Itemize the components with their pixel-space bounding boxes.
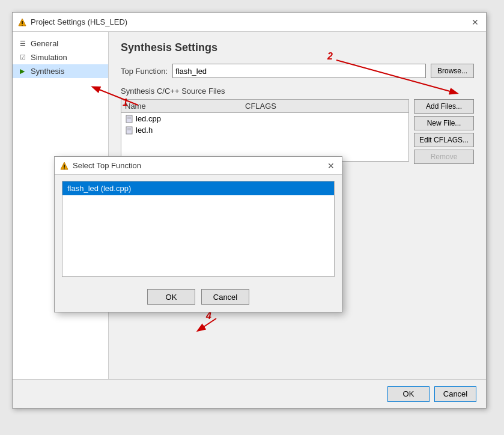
new-file-button[interactable]: New File... [414, 116, 474, 130]
dialog-body: flash_led (led.cpp) [55, 175, 342, 283]
dialog-title-bar: Select Top Function ✕ [55, 157, 342, 175]
top-function-row: Top Function: Browse... [121, 64, 474, 78]
main-ok-button[interactable]: OK [387, 386, 430, 402]
dialog-app-icon [59, 161, 69, 171]
dialog-ok-button[interactable]: OK [147, 289, 195, 305]
main-cancel-button[interactable]: Cancel [434, 386, 476, 402]
svg-rect-6 [126, 127, 132, 134]
app-icon [17, 17, 27, 27]
sidebar-item-simulation[interactable]: ☑ Simulation [13, 50, 108, 64]
file-icon-1 [125, 126, 133, 135]
sidebar-item-general[interactable]: ☰ General [13, 37, 108, 50]
dialog-title-text: Select Top Function [73, 161, 141, 170]
svg-point-2 [22, 25, 23, 26]
top-function-label: Top Function: [121, 67, 168, 76]
function-list[interactable]: flash_led (led.cpp) [62, 181, 335, 277]
dialog-title-left: Select Top Function [59, 161, 141, 171]
files-actions: Add Files... New File... Edit CFLAGS... … [414, 99, 474, 164]
top-function-input[interactable] [172, 64, 426, 78]
svg-point-11 [64, 168, 65, 169]
table-row[interactable]: led.cpp [121, 113, 408, 124]
select-top-function-dialog: Select Top Function ✕ flash_led (led.cpp… [54, 156, 342, 312]
simulation-icon: ☑ [20, 53, 28, 61]
general-icon: ☰ [20, 40, 28, 47]
title-bar-left: Project Settings (HLS_LED) [17, 17, 127, 27]
files-table: Name CFLAGS led.cpp [121, 99, 409, 162]
dialog-close-button[interactable]: ✕ [325, 160, 337, 172]
files-table-body: led.cpp led.h [121, 113, 408, 161]
source-files-label: Synthesis C/C++ Source Files [121, 87, 474, 96]
browse-button[interactable]: Browse... [431, 64, 474, 78]
files-section: Name CFLAGS led.cpp [121, 99, 474, 164]
function-item[interactable]: flash_led (led.cpp) [62, 181, 334, 195]
file-name-0: led.cpp [136, 114, 247, 123]
sidebar-label-synthesis: Synthesis [31, 67, 64, 76]
panel-title: Synthesis Settings [121, 41, 474, 54]
window-title: Project Settings (HLS_LED) [31, 17, 127, 26]
bottom-bar: OK Cancel [13, 379, 486, 408]
file-name-1: led.h [136, 126, 247, 135]
add-files-button[interactable]: Add Files... [414, 99, 474, 114]
sidebar-item-synthesis[interactable]: ▶ Synthesis [13, 64, 108, 78]
window-close-button[interactable]: ✕ [469, 16, 481, 28]
sidebar-label-general: General [31, 39, 58, 48]
dialog-cancel-button[interactable]: Cancel [201, 289, 249, 305]
svg-rect-3 [126, 115, 132, 123]
col-header-name: Name [125, 102, 245, 111]
file-icon-0 [125, 115, 133, 123]
edit-cflags-button[interactable]: Edit CFLAGS... [414, 133, 474, 147]
synthesis-icon: ▶ [20, 67, 28, 75]
remove-button[interactable]: Remove [414, 150, 474, 164]
sidebar-label-simulation: Simulation [31, 53, 67, 62]
files-table-wrapper: Name CFLAGS led.cpp [121, 99, 409, 164]
files-table-header: Name CFLAGS [121, 100, 408, 113]
col-header-cflags: CFLAGS [245, 102, 405, 111]
table-row[interactable]: led.h [121, 124, 408, 136]
dialog-footer: OK Cancel [55, 283, 342, 312]
title-bar: Project Settings (HLS_LED) ✕ [13, 13, 486, 32]
